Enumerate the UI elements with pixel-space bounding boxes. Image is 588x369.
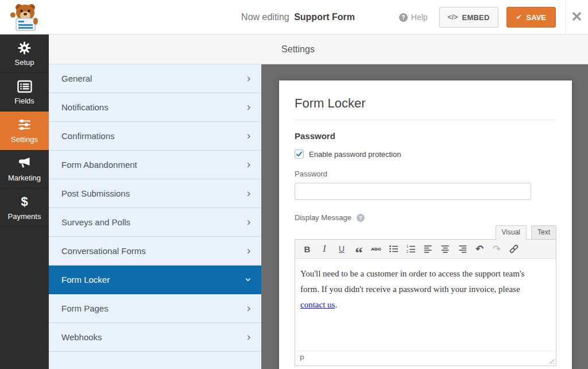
sidebar-item-settings[interactable]: Settings xyxy=(0,112,49,150)
settings-sections-list: General › Notifications › Confirmations … xyxy=(49,64,261,369)
display-message-editor: B I U “ ABC 12 ↶ xyxy=(295,239,556,366)
help-tooltip-icon[interactable]: ? xyxy=(357,214,365,222)
settings-section-webhooks[interactable]: Webhooks › xyxy=(49,323,261,352)
chevron-right-icon: › xyxy=(246,159,251,170)
embed-button[interactable]: </> EMBED xyxy=(439,7,498,28)
save-label: SAVE xyxy=(527,13,546,22)
password-heading: Password xyxy=(295,131,556,141)
close-icon xyxy=(572,11,582,24)
section-title: Form Locker xyxy=(295,96,556,111)
editor-toolbar: B I U “ ABC 12 ↶ xyxy=(295,240,556,259)
code-icon: </> xyxy=(448,13,458,21)
builder-sidebar: Setup Fields Settings Mark xyxy=(0,34,49,369)
editor-resize-handle[interactable] xyxy=(548,358,554,364)
chevron-right-icon: › xyxy=(246,217,251,228)
close-button[interactable] xyxy=(565,0,588,34)
sidebar-label: Settings xyxy=(11,135,38,144)
panel-title-bar: Settings xyxy=(49,34,588,64)
chevron-right-icon: › xyxy=(246,245,251,256)
embed-label: EMBED xyxy=(462,13,490,22)
now-editing-title: Now editing Support Form xyxy=(241,12,355,22)
bulleted-list-button[interactable] xyxy=(385,241,401,256)
contact-us-link[interactable]: contact us xyxy=(300,300,335,309)
italic-button[interactable]: I xyxy=(316,241,332,256)
settings-section-notifications[interactable]: Notifications › xyxy=(49,93,261,122)
settings-section-general[interactable]: General › xyxy=(49,64,261,93)
align-right-button[interactable] xyxy=(454,241,470,256)
chevron-down-icon: › xyxy=(243,278,254,282)
enable-password-label[interactable]: Enable password protection xyxy=(309,150,401,159)
save-button[interactable]: ✔ SAVE xyxy=(506,7,556,28)
tab-visual[interactable]: Visual xyxy=(496,225,527,240)
settings-section-form-locker[interactable]: Form Locker › xyxy=(49,266,261,294)
strikethrough-button[interactable]: ABC xyxy=(368,241,384,256)
settings-section-post-submissions[interactable]: Post Submissions › xyxy=(49,179,261,208)
sliders-icon xyxy=(17,117,32,132)
enable-password-checkbox[interactable] xyxy=(295,149,304,159)
align-left-button[interactable] xyxy=(420,241,436,256)
check-icon: ✔ xyxy=(516,13,522,21)
sidebar-label: Payments xyxy=(8,212,41,221)
editing-prefix: Now editing xyxy=(241,12,289,22)
megaphone-icon xyxy=(17,156,32,171)
settings-section-confirmations[interactable]: Confirmations › xyxy=(49,122,261,151)
underline-button[interactable]: U xyxy=(334,241,350,256)
settings-section-form-pages[interactable]: Form Pages › xyxy=(49,294,261,323)
blockquote-button[interactable]: “ xyxy=(351,241,367,256)
chevron-right-icon: › xyxy=(246,130,251,141)
editor-content[interactable]: You'll need to be a customer in order to… xyxy=(295,259,556,351)
password-input[interactable] xyxy=(295,183,531,200)
chevron-right-icon: › xyxy=(246,303,251,314)
wpforms-logo xyxy=(9,2,41,32)
sidebar-item-payments[interactable]: $ Payments xyxy=(0,189,49,227)
help-label: Help xyxy=(411,13,428,22)
sidebar-item-setup[interactable]: Setup xyxy=(0,34,49,73)
bold-button[interactable]: B xyxy=(299,241,315,256)
form-name: Support Form xyxy=(294,12,355,22)
undo-button[interactable]: ↶ xyxy=(471,241,488,256)
gear-icon xyxy=(17,40,32,55)
editor-element-path: P xyxy=(300,355,304,363)
link-button[interactable] xyxy=(506,241,522,256)
svg-text:2: 2 xyxy=(406,249,408,253)
topbar: Now editing Support Form ? Help </> EMBE… xyxy=(0,0,588,34)
panel-title: Settings xyxy=(281,44,315,55)
divider xyxy=(295,120,556,120)
form-locker-panel: Form Locker Password Enable password pro… xyxy=(279,80,572,369)
sidebar-label: Fields xyxy=(14,97,34,105)
message-text-end: . xyxy=(335,300,337,309)
chevron-right-icon: › xyxy=(246,332,251,343)
display-message-label: Display Message xyxy=(295,213,351,222)
form-fields-icon xyxy=(17,79,32,94)
password-field-label: Password xyxy=(295,170,556,178)
sidebar-item-fields[interactable]: Fields xyxy=(0,73,49,112)
dollar-icon: $ xyxy=(21,194,28,209)
sidebar-label: Setup xyxy=(15,58,34,67)
settings-content-area: Form Locker Password Enable password pro… xyxy=(261,64,588,369)
editor-status-bar: P xyxy=(295,351,556,366)
settings-section-form-abandonment[interactable]: Form Abandonment › xyxy=(49,151,261,179)
numbered-list-button[interactable]: 12 xyxy=(403,241,419,256)
help-button[interactable]: ? Help xyxy=(399,13,428,22)
redo-button[interactable]: ↷ xyxy=(489,241,505,256)
settings-section-surveys-and-polls[interactable]: Surveys and Polls › xyxy=(49,208,261,237)
sidebar-label: Marketing xyxy=(8,174,41,182)
chevron-right-icon: › xyxy=(246,102,251,113)
message-text: You'll need to be a customer in order to… xyxy=(300,269,524,294)
settings-section-conversational-forms[interactable]: Conversational Forms › xyxy=(49,237,261,266)
chevron-right-icon: › xyxy=(246,73,251,84)
chevron-right-icon: › xyxy=(246,188,251,199)
tab-text[interactable]: Text xyxy=(531,225,556,240)
help-icon: ? xyxy=(399,13,408,22)
sidebar-item-marketing[interactable]: Marketing xyxy=(0,150,49,189)
svg-text:1: 1 xyxy=(406,244,408,248)
align-center-button[interactable] xyxy=(437,241,453,256)
